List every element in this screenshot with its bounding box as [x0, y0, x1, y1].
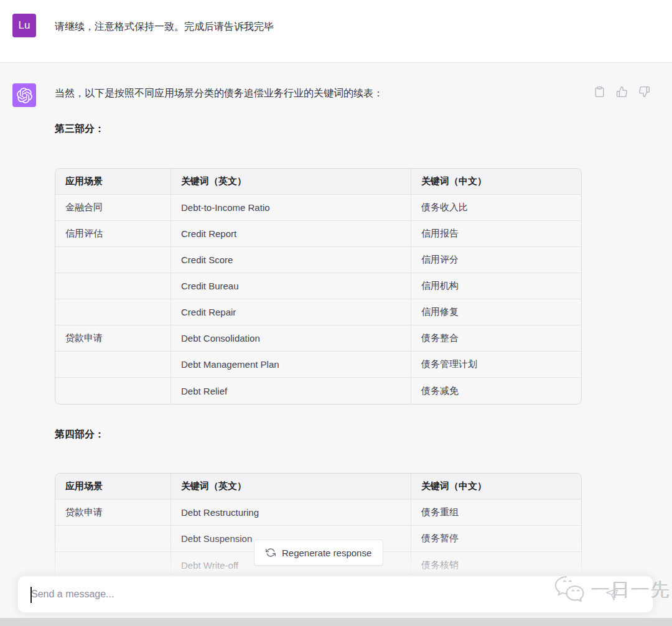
- table-header-row: 应用场景 关键词（英文） 关键词（中文）: [55, 169, 581, 195]
- assistant-avatar: [12, 83, 36, 107]
- section-heading-part4: 第四部分：: [55, 428, 105, 441]
- table-cell: 信用评分: [411, 247, 581, 273]
- table-cell: 债务整合: [411, 325, 581, 352]
- table-row: Credit Bureau 信用机构: [55, 273, 581, 299]
- table-cell: 信用报告: [411, 221, 581, 247]
- assistant-intro-text: 当然，以下是按照不同应用场景分类的债务追偿业务行业的关键词的续表：: [55, 86, 383, 101]
- table-cell: 债务收入比: [411, 195, 581, 221]
- table-cell: 债务减免: [411, 378, 581, 404]
- table-cell: 信用机构: [411, 273, 581, 299]
- text-cursor: [30, 587, 32, 603]
- table-cell: Debt-to-Income Ratio: [171, 195, 411, 221]
- thumbs-up-icon[interactable]: [616, 86, 628, 98]
- section-heading-part3: 第三部分：: [55, 123, 105, 136]
- table-row: 信用评估 Credit Report 信用报告: [55, 221, 581, 247]
- regenerate-response-button[interactable]: Regenerate response: [254, 540, 383, 566]
- table-cell: 债务核销: [411, 552, 581, 578]
- table-cell: [55, 378, 171, 404]
- table-cell: [55, 526, 171, 552]
- table-cell: Credit Repair: [171, 299, 411, 325]
- table-cell: 贷款申请: [55, 325, 171, 352]
- column-header: 关键词（中文）: [411, 474, 581, 500]
- table-cell: Debt Restructuring: [171, 500, 411, 526]
- table-row: Credit Score 信用评分: [55, 247, 581, 273]
- user-message-row: Lu 请继续，注意格式保持一致。完成后请告诉我完毕: [0, 0, 672, 62]
- table-cell: [55, 273, 171, 299]
- bottom-strip: [0, 618, 672, 626]
- keywords-table-part3: 应用场景 关键词（英文） 关键词（中文） 金融合同 Debt-to-Income…: [55, 168, 582, 404]
- table-row: 金融合同 Debt-to-Income Ratio 债务收入比: [55, 195, 581, 221]
- table-cell: Credit Bureau: [171, 273, 411, 299]
- message-input[interactable]: [31, 576, 554, 612]
- table-header-row: 应用场景 关键词（英文） 关键词（中文）: [55, 474, 581, 500]
- table-cell: 信用评估: [55, 221, 171, 247]
- table-cell: 贷款申请: [55, 500, 171, 526]
- table-cell: 债务管理计划: [411, 352, 581, 378]
- table-cell: [55, 299, 171, 325]
- message-composer: [17, 576, 653, 613]
- copy-icon[interactable]: [594, 86, 605, 98]
- table-row: 贷款申请 Debt Restructuring 债务重组: [55, 500, 581, 526]
- table-row: Debt Management Plan 债务管理计划: [55, 352, 581, 378]
- message-actions: [594, 86, 650, 98]
- table-cell: Credit Score: [171, 247, 411, 273]
- table-cell: Debt Management Plan: [171, 352, 411, 378]
- table-cell: [55, 352, 171, 378]
- table-cell: Credit Report: [171, 221, 411, 247]
- table-row: Debt Relief 债务减免: [55, 378, 581, 404]
- table-cell: 债务重组: [411, 500, 581, 526]
- user-avatar-initials: Lu: [19, 19, 30, 32]
- regenerate-label: Regenerate response: [282, 548, 371, 558]
- table-cell: Debt Consolidation: [171, 325, 411, 352]
- table-cell: 金融合同: [55, 195, 171, 221]
- paper-plane-send-icon[interactable]: [605, 587, 619, 601]
- table-cell: [55, 552, 171, 578]
- thumbs-down-icon[interactable]: [638, 86, 650, 98]
- table-cell: 信用修复: [411, 299, 581, 325]
- column-header: 关键词（英文）: [171, 169, 411, 195]
- table-row: 贷款申请 Debt Consolidation 债务整合: [55, 325, 581, 352]
- assistant-message-row: 当然，以下是按照不同应用场景分类的债务追偿业务行业的关键词的续表： 第三部分： …: [0, 62, 672, 626]
- table-cell: 债务暂停: [411, 526, 581, 552]
- column-header: 关键词（英文）: [171, 474, 411, 500]
- refresh-icon: [266, 548, 276, 558]
- column-header: 关键词（中文）: [411, 169, 581, 195]
- table-cell: [55, 247, 171, 273]
- openai-logo-icon: [17, 88, 32, 103]
- table-cell: Debt Relief: [171, 378, 411, 404]
- column-header: 应用场景: [55, 169, 171, 195]
- user-message-text: 请继续，注意格式保持一致。完成后请告诉我完毕: [55, 19, 274, 34]
- table-row: Credit Repair 信用修复: [55, 299, 581, 325]
- user-avatar: Lu: [12, 14, 36, 37]
- column-header: 应用场景: [55, 474, 171, 500]
